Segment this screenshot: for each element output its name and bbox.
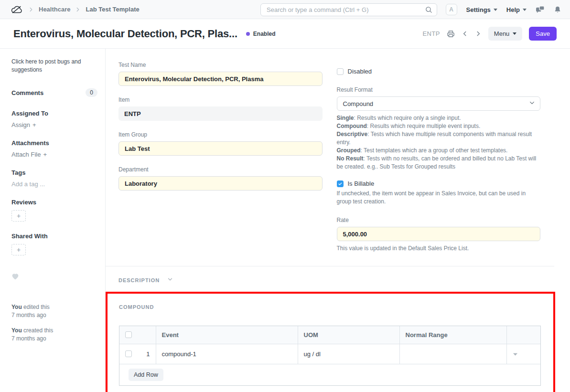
doc-code: ENTP [423,30,440,37]
row-expand-button[interactable] [506,344,540,364]
chevron-right-icon [28,6,34,13]
save-button[interactable]: Save [529,27,557,41]
compound-section-label: COMPOUND [119,304,541,310]
disabled-checkbox[interactable] [337,68,344,75]
result-format-select[interactable]: Compound [337,96,541,111]
row-select-checkbox[interactable] [125,350,132,357]
compound-section: COMPOUND Event UOM Normal Range [108,294,553,392]
add-tag-input[interactable]: Add a tag ... [11,180,97,188]
activity-timestamp: 7 months ago [11,335,97,343]
shared-with-label: Shared With [11,233,97,240]
test-name-field: Test Name Enterovirus, Molecular Detecti… [118,62,323,86]
plus-icon: + [17,212,21,220]
shared-with-section: Shared With + [11,233,97,255]
chevron-down-icon [167,276,173,285]
disabled-field: Disabled [337,68,541,75]
caret-down-icon [494,9,497,11]
result-format-help: Single: Results which require only a sin… [337,114,541,171]
navbar-actions: A Settings Help [446,0,561,19]
item-group-input[interactable]: Lab Test [118,141,323,156]
page-header: Enterovirus, Molecular Detection, PCR, P… [0,19,570,49]
is-billable-checkbox[interactable] [337,180,344,187]
activity-log: You edited this 7 months ago You created… [11,303,97,343]
reviews-label: Reviews [11,199,97,206]
assigned-to-label: Assigned To [11,110,97,117]
item-group-field: Item Group Lab Test [118,131,323,156]
comments-count-badge: 0 [86,88,97,97]
compound-grid: Event UOM Normal Range [119,326,541,386]
description-section-toggle[interactable]: DESCRIPTION [118,266,570,292]
rate-label: Rate [337,217,541,223]
activity-timestamp: 7 months ago [11,311,97,319]
settings-label: Settings [466,6,491,13]
status-label: Enabled [253,31,276,37]
rate-input[interactable]: 5,000.00 [337,227,541,241]
settings-menu[interactable]: Settings [466,6,497,13]
activity-entry: You created this 7 months ago [11,327,97,343]
bug-report-link[interactable]: Click here to post bugs and suggestions [11,58,84,74]
item-label: Item [118,96,323,103]
result-format-value: Compound [343,100,374,107]
attach-file-button[interactable]: Attach File + [11,151,97,158]
page-title: Enterovirus, Molecular Detection, PCR, P… [13,28,237,40]
column-header-uom: UOM [298,326,399,344]
attachments-section: Attachments Attach File + [11,139,97,158]
column-header-actions [506,326,540,344]
app-logo-icon[interactable] [11,4,23,15]
add-row-button[interactable]: Add Row [129,369,163,381]
form-body: Test Name Enterovirus, Molecular Detecti… [106,49,570,392]
global-search [260,3,437,16]
status-badge: Enabled [246,31,276,37]
breadcrumb-healthcare[interactable]: Healthcare [39,6,70,13]
select-all-checkbox[interactable] [125,331,132,338]
activity-entry: You edited this 7 months ago [11,303,97,319]
assign-button[interactable]: Assign + [11,121,97,128]
chat-icon[interactable] [536,6,545,14]
test-name-label: Test Name [118,62,323,68]
plus-icon: + [43,151,47,158]
next-record-button[interactable] [475,30,482,37]
avatar[interactable]: A [446,4,457,15]
item-field: Item ENTP [118,96,323,121]
red-annotation-box: COMPOUND Event UOM Normal Range [106,292,555,392]
item-group-label: Item Group [118,131,323,138]
column-header-event: Event [156,326,298,344]
menu-label: Menu [494,30,510,37]
department-label: Department [118,166,323,173]
plus-icon: + [17,246,21,254]
help-menu[interactable]: Help [506,6,527,13]
chevron-down-icon [528,99,536,108]
breadcrumb-lab-test-template[interactable]: Lab Test Template [86,6,139,13]
grid-footer: Add Row [119,364,540,385]
sidebar-item-comments[interactable]: Comments 0 [11,88,97,97]
normal-range-cell[interactable] [399,344,506,364]
department-field: Department Laboratory [118,166,323,191]
plus-icon: + [32,121,36,128]
tags-label: Tags [11,169,97,176]
form-column-left: Test Name Enterovirus, Molecular Detecti… [118,62,323,253]
assigned-to-section: Assigned To Assign + [11,110,97,128]
event-cell[interactable]: compound-1 [156,344,298,364]
grid-row: 1 compound-1 ug / dl [119,344,540,364]
triangle-down-icon [513,352,518,356]
menu-button[interactable]: Menu [488,27,523,41]
department-input[interactable]: Laboratory [118,176,323,191]
add-review-button[interactable]: + [11,210,26,222]
chevron-right-icon [75,6,81,13]
prev-record-button[interactable] [462,30,468,37]
row-index: 1 [146,350,150,358]
tags-section: Tags Add a tag ... [11,169,97,188]
share-button[interactable]: + [11,244,26,255]
print-button[interactable] [447,30,455,38]
caret-down-icon [513,32,516,35]
uom-cell[interactable]: ug / dl [298,344,399,364]
is-billable-field: Is Billable [337,180,541,187]
like-heart-icon[interactable] [11,273,97,282]
comments-label: Comments [11,89,43,96]
test-name-input[interactable]: Enterovirus, Molecular Detection, PCR, P… [118,72,323,86]
form-sidebar: Click here to post bugs and suggestions … [0,49,106,392]
caret-down-icon [523,9,527,11]
notifications-bell-icon[interactable] [554,6,561,14]
search-input[interactable] [260,3,437,16]
help-label: Help [506,6,520,13]
